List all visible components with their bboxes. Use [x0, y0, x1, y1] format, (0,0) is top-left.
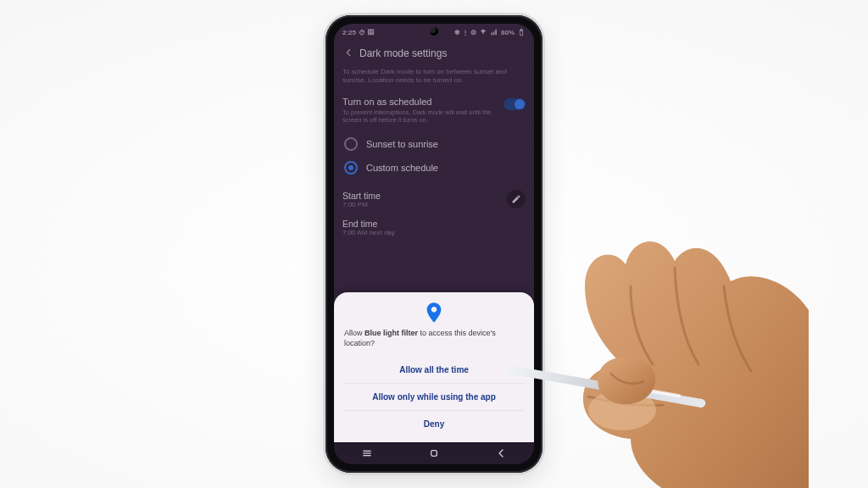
punch-hole-camera	[430, 27, 438, 36]
radio-icon	[344, 137, 358, 151]
wifi-icon	[479, 28, 487, 38]
battery-icon	[517, 28, 526, 38]
deny-button[interactable]: Deny	[344, 410, 524, 437]
allow-while-using-app-button[interactable]: Allow only while using the app	[344, 383, 524, 410]
svg-rect-7	[639, 387, 682, 398]
schedule-sub: To prevent interruptions, Dark mode will…	[342, 108, 497, 124]
nav-recents-button[interactable]	[350, 446, 384, 460]
prompt-app-name: Blue light filter	[364, 329, 418, 337]
schedule-label: Turn on as scheduled	[342, 97, 497, 107]
turn-on-as-scheduled-row[interactable]: Turn on as scheduled To prevent interrup…	[342, 92, 526, 129]
radio-sunset-to-sunrise[interactable]: Sunset to sunrise	[342, 132, 526, 156]
nav-home-button[interactable]	[417, 446, 451, 460]
svg-rect-3	[431, 451, 437, 457]
hand-with-stylus	[504, 208, 809, 488]
battery-pct: 80%	[501, 30, 515, 36]
svg-point-4	[588, 390, 656, 430]
edit-time-button[interactable]	[507, 190, 526, 208]
permission-prompt: Allow Blue light filter to access this d…	[344, 328, 524, 348]
permission-dialog: Allow Blue light filter to access this d…	[334, 292, 534, 442]
status-notif-icons: ⏱︎ 🖼	[359, 30, 374, 36]
end-time-row[interactable]: End time 7:00 AM next day	[342, 214, 526, 241]
phone-frame: 2:25 ⏱︎ 🖼 ✱ ⋮ ⚙︎ 80%	[326, 15, 542, 473]
end-time-label: End time	[342, 219, 395, 229]
radio-label: Custom schedule	[366, 163, 438, 173]
radio-custom-schedule[interactable]: Custom schedule	[342, 156, 526, 180]
nav-back-button[interactable]	[484, 446, 518, 460]
back-icon[interactable]	[342, 47, 354, 61]
end-time-value: 7:00 AM next day	[342, 229, 395, 236]
page-title: Dark mode settings	[359, 47, 447, 59]
start-time-row[interactable]: Start time 7:00 PM	[342, 185, 526, 214]
location-pin-icon	[344, 302, 524, 323]
radio-icon	[344, 161, 358, 175]
start-time-label: Start time	[342, 191, 381, 201]
navigation-bar	[334, 442, 534, 464]
prompt-prefix: Allow	[344, 329, 364, 337]
start-time-value: 7:00 PM	[342, 201, 381, 208]
status-misc-icons: ✱ ⋮ ⚙︎	[454, 30, 476, 36]
allow-all-the-time-button[interactable]: Allow all the time	[344, 357, 524, 383]
schedule-toggle[interactable]	[504, 98, 526, 110]
radio-label: Sunset to sunrise	[366, 139, 438, 149]
page-info-text: To schedule Dark mode to turn on between…	[342, 68, 526, 85]
status-time: 2:25	[342, 30, 356, 36]
settings-page: Dark mode settings To schedule Dark mode…	[334, 41, 534, 241]
signal-icon	[490, 28, 498, 38]
phone-screen: 2:25 ⏱︎ 🖼 ✱ ⋮ ⚙︎ 80%	[334, 24, 534, 464]
